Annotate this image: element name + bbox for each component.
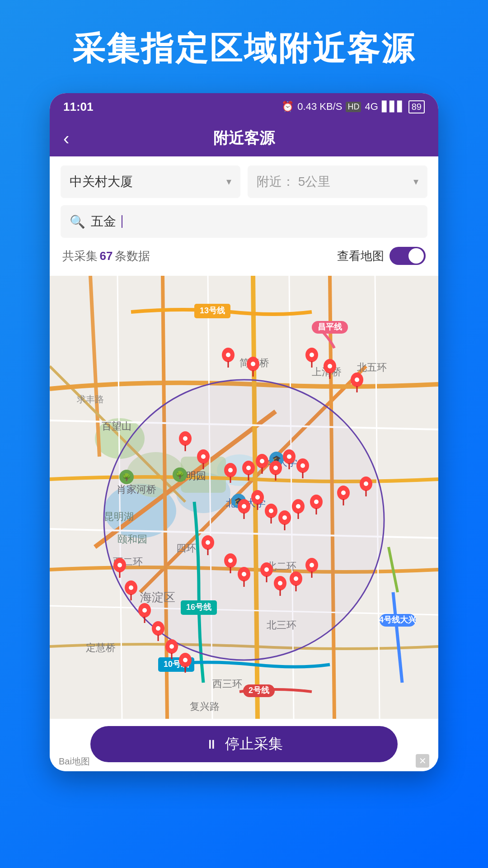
svg-point-147 [117,563,122,567]
svg-point-144 [310,563,314,567]
svg-point-135 [264,567,269,572]
svg-point-108 [269,509,273,513]
svg-point-72 [328,364,332,368]
svg-point-162 [183,658,188,662]
svg-point-156 [156,626,160,631]
search-input[interactable]: 五金 [91,213,116,230]
svg-text:西三环: 西三环 [212,678,242,689]
page-title: 附近客源 [213,128,275,149]
location-dropdown-arrow: ▾ [226,176,231,188]
status-icons: ⏰ 0.43 KB/S HD 4G ▋▋▋ 89 [282,100,425,113]
svg-point-153 [142,608,147,613]
svg-point-141 [294,576,298,581]
svg-point-84 [228,468,233,472]
baidu-logo: Bai地图 [59,755,90,768]
network-icon: 4G [365,101,378,113]
svg-point-96 [287,454,291,459]
svg-text:昌平线: 昌平线 [318,322,343,331]
status-time: 11:01 [63,100,94,114]
svg-text:4号线大兴: 4号线大兴 [379,615,417,624]
close-corner-button[interactable]: ✕ [416,754,429,768]
map-area: 13号线 16号线 10号线 昌平线 4号线大兴 2号线 百望山 肖家河桥 圆明… [50,276,438,719]
location-dropdown[interactable]: 中关村大厦 ▾ [61,165,240,198]
stats-suffix: 条数据 [115,249,150,263]
svg-point-90 [260,459,264,463]
map-svg: 13号线 16号线 10号线 昌平线 4号线大兴 2号线 百望山 肖家河桥 圆明… [50,276,438,719]
battery-icon: 89 [408,100,425,113]
svg-point-93 [273,466,278,470]
svg-point-138 [278,581,282,585]
svg-point-102 [242,504,246,509]
svg-point-60 [104,380,384,660]
svg-point-117 [314,500,319,504]
svg-point-159 [169,644,174,649]
svg-point-63 [226,353,230,357]
stats-row: 共采集 67 条数据 查看地图 [61,245,427,269]
svg-text:百望山: 百望山 [102,420,131,432]
controls-area: 中关村大厦 ▾ 附近： 5公里 ▾ 🔍 五金 共采集 67 条数据 [50,156,438,276]
svg-point-66 [251,362,255,366]
status-bar: 11:01 ⏰ 0.43 KB/S HD 4G ▋▋▋ 89 [50,93,438,120]
svg-text:13号线: 13号线 [200,306,225,315]
radius-dropdown-arrow: ▾ [413,176,418,188]
bottom-button-area: ⏸ 停止采集 Bai地图 ✕ [50,719,438,771]
stats-prefix: 共采集 [62,249,98,263]
svg-point-129 [228,558,233,563]
location-value: 中关村大厦 [70,173,133,190]
svg-text:北五环: 北五环 [357,362,387,373]
svg-point-87 [246,466,251,470]
phone-frame: 11:01 ⏰ 0.43 KB/S HD 4G ▋▋▋ 89 ‹ 附近客源 中关… [50,93,438,771]
signal-icon: ▋▋▋ [382,101,405,113]
map-toggle-area: 查看地图 [337,247,426,265]
back-button[interactable]: ‹ [63,128,69,149]
stop-collection-button[interactable]: ⏸ 停止采集 [90,726,398,762]
hd-badge: HD [346,102,361,112]
search-icon: 🔍 [70,214,85,229]
toggle-knob [408,248,424,264]
svg-text:求丰路: 求丰路 [77,394,104,404]
stop-button-label: 停止采集 [225,734,283,754]
page-heading-area: 采集指定区域附近客源 [0,0,488,93]
stats-text: 共采集 67 条数据 [62,248,150,264]
svg-text:定慧桥: 定慧桥 [86,642,116,653]
svg-point-114 [296,504,300,509]
dropdown-row: 中关村大厦 ▾ 附近： 5公里 ▾ [61,165,427,198]
radius-label-prefix: 附近： 5公里 [257,173,330,190]
speed-indicator: 0.43 KB/S [297,101,342,113]
svg-point-99 [300,463,305,468]
svg-point-132 [242,572,246,576]
svg-text:复兴路: 复兴路 [190,701,220,712]
text-cursor [122,215,122,228]
page-main-title: 采集指定区域附近客源 [18,27,470,71]
svg-point-111 [282,515,287,520]
map-toggle-label: 查看地图 [337,248,384,264]
svg-point-150 [129,585,133,590]
stats-count: 67 [99,249,113,263]
svg-point-81 [201,454,206,459]
svg-point-75 [355,377,359,382]
radius-dropdown[interactable]: 附近： 5公里 ▾ [248,165,427,198]
svg-point-105 [255,495,260,500]
alarm-icon: ⏰ [282,101,294,113]
svg-point-120 [341,491,346,495]
search-row: 🔍 五金 [61,205,427,238]
svg-text:2号线: 2号线 [249,686,270,695]
header-bar: ‹ 附近客源 [50,120,438,156]
svg-point-123 [364,481,368,486]
svg-point-69 [310,353,314,357]
svg-point-126 [206,540,210,545]
pause-icon: ⏸ [205,737,218,752]
map-view-toggle[interactable] [389,247,426,265]
svg-point-78 [183,436,188,441]
